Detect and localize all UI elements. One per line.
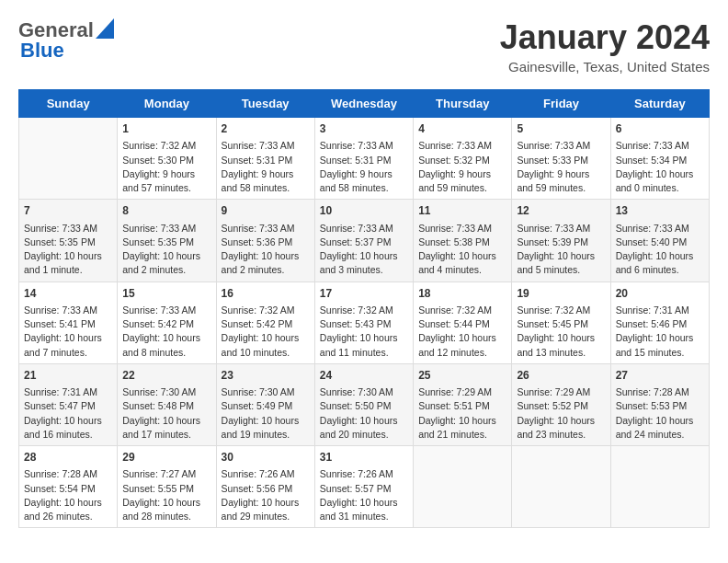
calendar-cell: 31Sunrise: 7:26 AM Sunset: 5:57 PM Dayli…	[314, 446, 413, 528]
calendar-header-monday: Monday	[118, 90, 216, 118]
calendar-cell: 7Sunrise: 7:33 AM Sunset: 5:35 PM Daylig…	[19, 200, 118, 282]
day-info: Sunrise: 7:32 AM Sunset: 5:30 PM Dayligh…	[122, 139, 210, 195]
calendar-cell: 1Sunrise: 7:32 AM Sunset: 5:30 PM Daylig…	[118, 118, 216, 200]
day-info: Sunrise: 7:33 AM Sunset: 5:35 PM Dayligh…	[24, 222, 112, 278]
day-info: Sunrise: 7:33 AM Sunset: 5:38 PM Dayligh…	[418, 222, 506, 278]
calendar-table: SundayMondayTuesdayWednesdayThursdayFrid…	[18, 89, 710, 528]
day-info: Sunrise: 7:33 AM Sunset: 5:33 PM Dayligh…	[517, 139, 605, 195]
day-number: 21	[24, 368, 112, 384]
calendar-header-row: SundayMondayTuesdayWednesdayThursdayFrid…	[19, 90, 710, 118]
day-info: Sunrise: 7:33 AM Sunset: 5:32 PM Dayligh…	[418, 139, 506, 195]
day-number: 16	[222, 286, 310, 302]
calendar-cell: 24Sunrise: 7:30 AM Sunset: 5:50 PM Dayli…	[314, 363, 413, 445]
calendar-week-row: 28Sunrise: 7:28 AM Sunset: 5:54 PM Dayli…	[19, 446, 710, 528]
day-info: Sunrise: 7:33 AM Sunset: 5:39 PM Dayligh…	[517, 222, 605, 278]
calendar-cell: 12Sunrise: 7:33 AM Sunset: 5:39 PM Dayli…	[512, 200, 610, 282]
svg-marker-0	[96, 18, 114, 39]
calendar-cell: 2Sunrise: 7:33 AM Sunset: 5:31 PM Daylig…	[216, 118, 314, 200]
day-info: Sunrise: 7:32 AM Sunset: 5:45 PM Dayligh…	[517, 304, 605, 360]
day-info: Sunrise: 7:33 AM Sunset: 5:37 PM Dayligh…	[320, 222, 408, 278]
day-number: 9	[222, 203, 310, 219]
day-number: 1	[122, 121, 210, 137]
day-info: Sunrise: 7:32 AM Sunset: 5:44 PM Dayligh…	[418, 304, 506, 360]
calendar-week-row: 1Sunrise: 7:32 AM Sunset: 5:30 PM Daylig…	[19, 118, 710, 200]
day-info: Sunrise: 7:30 AM Sunset: 5:48 PM Dayligh…	[122, 385, 210, 442]
calendar-cell: 11Sunrise: 7:33 AM Sunset: 5:38 PM Dayli…	[414, 200, 512, 282]
calendar-cell	[19, 118, 118, 200]
day-info: Sunrise: 7:26 AM Sunset: 5:57 PM Dayligh…	[320, 467, 408, 523]
calendar-cell: 21Sunrise: 7:31 AM Sunset: 5:47 PM Dayli…	[19, 363, 118, 445]
day-number: 30	[222, 450, 310, 465]
day-info: Sunrise: 7:28 AM Sunset: 5:53 PM Dayligh…	[616, 385, 704, 442]
day-number: 3	[320, 121, 408, 137]
calendar-header-tuesday: Tuesday	[216, 90, 314, 118]
calendar-cell	[610, 446, 709, 528]
day-info: Sunrise: 7:29 AM Sunset: 5:51 PM Dayligh…	[418, 385, 506, 442]
title-section: January 2024 Gainesville, Texas, United …	[500, 18, 710, 75]
day-info: Sunrise: 7:29 AM Sunset: 5:52 PM Dayligh…	[517, 385, 605, 442]
calendar-cell: 16Sunrise: 7:32 AM Sunset: 5:42 PM Dayli…	[216, 282, 314, 363]
day-info: Sunrise: 7:33 AM Sunset: 5:41 PM Dayligh…	[24, 304, 112, 360]
calendar-cell: 10Sunrise: 7:33 AM Sunset: 5:37 PM Dayli…	[314, 200, 413, 282]
day-number: 18	[418, 286, 506, 302]
day-number: 28	[24, 450, 112, 465]
calendar-cell: 13Sunrise: 7:33 AM Sunset: 5:40 PM Dayli…	[610, 200, 709, 282]
day-number: 12	[517, 203, 605, 219]
calendar-cell: 25Sunrise: 7:29 AM Sunset: 5:51 PM Dayli…	[414, 363, 512, 445]
calendar-cell: 5Sunrise: 7:33 AM Sunset: 5:33 PM Daylig…	[512, 118, 610, 200]
calendar-header-thursday: Thursday	[414, 90, 512, 118]
day-number: 13	[616, 203, 704, 219]
calendar-cell: 19Sunrise: 7:32 AM Sunset: 5:45 PM Dayli…	[512, 282, 610, 363]
logo-arrow-icon	[96, 18, 114, 39]
day-number: 26	[517, 368, 605, 384]
day-number: 25	[418, 368, 506, 384]
calendar-week-row: 14Sunrise: 7:33 AM Sunset: 5:41 PM Dayli…	[19, 282, 710, 363]
day-number: 27	[616, 368, 704, 384]
calendar-cell: 30Sunrise: 7:26 AM Sunset: 5:56 PM Dayli…	[216, 446, 314, 528]
calendar-cell: 18Sunrise: 7:32 AM Sunset: 5:44 PM Dayli…	[414, 282, 512, 363]
calendar-cell	[414, 446, 512, 528]
day-info: Sunrise: 7:32 AM Sunset: 5:43 PM Dayligh…	[320, 304, 408, 360]
day-info: Sunrise: 7:28 AM Sunset: 5:54 PM Dayligh…	[24, 467, 112, 523]
day-info: Sunrise: 7:33 AM Sunset: 5:31 PM Dayligh…	[222, 139, 310, 195]
calendar-cell: 23Sunrise: 7:30 AM Sunset: 5:49 PM Dayli…	[216, 363, 314, 445]
calendar-cell: 8Sunrise: 7:33 AM Sunset: 5:35 PM Daylig…	[118, 200, 216, 282]
page-header: General Blue January 2024 Gainesville, T…	[18, 18, 710, 75]
day-info: Sunrise: 7:30 AM Sunset: 5:50 PM Dayligh…	[320, 385, 408, 442]
day-info: Sunrise: 7:33 AM Sunset: 5:34 PM Dayligh…	[616, 139, 704, 195]
day-number: 4	[418, 121, 506, 137]
day-number: 6	[616, 121, 704, 137]
day-number: 7	[24, 203, 112, 219]
day-number: 15	[122, 286, 210, 302]
day-number: 17	[320, 286, 408, 302]
calendar-week-row: 21Sunrise: 7:31 AM Sunset: 5:47 PM Dayli…	[19, 363, 710, 445]
day-number: 29	[122, 450, 210, 465]
day-info: Sunrise: 7:33 AM Sunset: 5:42 PM Dayligh…	[122, 304, 210, 360]
calendar-cell: 14Sunrise: 7:33 AM Sunset: 5:41 PM Dayli…	[19, 282, 118, 363]
calendar-cell: 26Sunrise: 7:29 AM Sunset: 5:52 PM Dayli…	[512, 363, 610, 445]
day-info: Sunrise: 7:33 AM Sunset: 5:35 PM Dayligh…	[122, 222, 210, 278]
month-title: January 2024	[500, 18, 710, 57]
calendar-cell	[512, 446, 610, 528]
calendar-cell: 15Sunrise: 7:33 AM Sunset: 5:42 PM Dayli…	[118, 282, 216, 363]
day-info: Sunrise: 7:33 AM Sunset: 5:31 PM Dayligh…	[320, 139, 408, 195]
calendar-header-wednesday: Wednesday	[314, 90, 413, 118]
day-number: 10	[320, 203, 408, 219]
day-number: 11	[418, 203, 506, 219]
day-number: 14	[24, 286, 112, 302]
location-text: Gainesville, Texas, United States	[500, 59, 710, 75]
day-info: Sunrise: 7:33 AM Sunset: 5:36 PM Dayligh…	[222, 222, 310, 278]
day-info: Sunrise: 7:27 AM Sunset: 5:55 PM Dayligh…	[122, 467, 210, 523]
day-info: Sunrise: 7:32 AM Sunset: 5:42 PM Dayligh…	[222, 304, 310, 360]
calendar-header-friday: Friday	[512, 90, 610, 118]
day-info: Sunrise: 7:31 AM Sunset: 5:47 PM Dayligh…	[24, 385, 112, 442]
calendar-cell: 3Sunrise: 7:33 AM Sunset: 5:31 PM Daylig…	[314, 118, 413, 200]
day-number: 8	[122, 203, 210, 219]
day-info: Sunrise: 7:30 AM Sunset: 5:49 PM Dayligh…	[222, 385, 310, 442]
day-number: 24	[320, 368, 408, 384]
day-number: 2	[222, 121, 310, 137]
day-info: Sunrise: 7:33 AM Sunset: 5:40 PM Dayligh…	[616, 222, 704, 278]
day-number: 31	[320, 450, 408, 465]
day-number: 22	[122, 368, 210, 384]
calendar-cell: 22Sunrise: 7:30 AM Sunset: 5:48 PM Dayli…	[118, 363, 216, 445]
